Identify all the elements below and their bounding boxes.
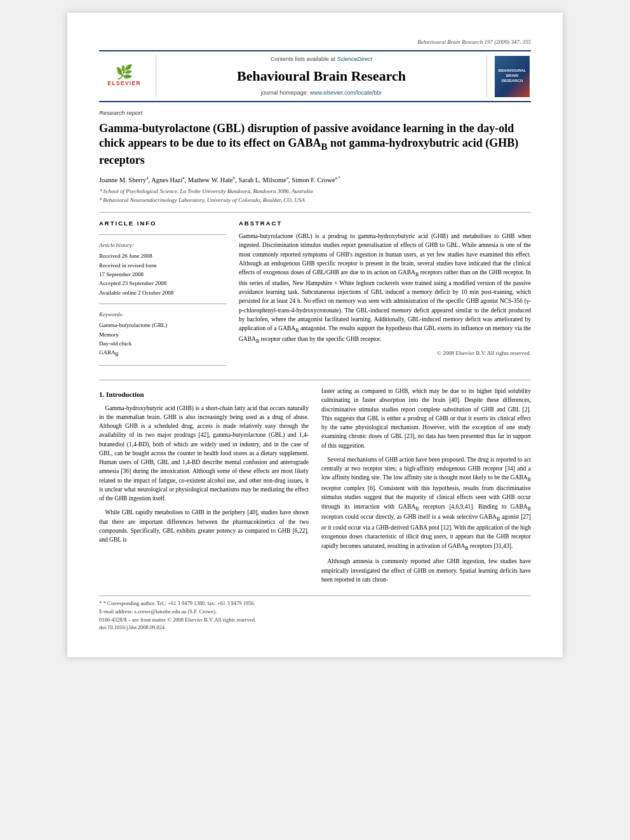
abstract-col: ABSTRACT Gamma-butyrolactone (GBL) is a … [239, 219, 531, 372]
intro-para2: While GBL rapidly metabolises to GHB in … [99, 508, 309, 544]
intro-para3: faster acting as compared to GHB, which … [321, 387, 531, 450]
received-revised-label: Received in revised form [99, 261, 226, 270]
affiliation-b: ᵇ Behavioral Neuroendocrinology Laborato… [99, 196, 531, 205]
article-info-header: ARTICLE INFO [99, 219, 226, 228]
article-info-abstract: ARTICLE INFO Article history: Received 2… [99, 219, 531, 372]
journal-cover: BEHAVIOURALBRAINRESEARCH [486, 55, 531, 97]
footnote-issn: 0166-4328/$ – see front matter © 2008 El… [99, 616, 531, 624]
divider-2 [99, 380, 531, 380]
footnote-star: * * Corresponding author. Tel.: +61 3 94… [99, 599, 531, 608]
abstract-header: ABSTRACT [239, 219, 531, 228]
journal-title-area: Contents lists available at ScienceDirec… [163, 55, 480, 97]
body-col-right: faster acting as compared to GHB, which … [321, 387, 531, 589]
abstract-text: Gamma-butyrolactone (GBL) is a prodrug t… [239, 232, 531, 345]
divider-1 [99, 212, 531, 213]
journal-header: 🌿 ELSEVIER Contents lists available at S… [99, 50, 531, 102]
footnote-email: E-mail address: s.crowe@latrobe.edu.au (… [99, 608, 531, 616]
body-text: 1. Introduction Gamma-hydroxybutyric aci… [99, 387, 531, 589]
available-date: Available online 2 October 2008 [99, 288, 226, 297]
accepted-date: Accepted 23 September 2008 [99, 279, 226, 288]
keyword-2: Memory [99, 330, 226, 339]
intro-title: 1. Introduction [99, 389, 309, 400]
elsevier-logo-area: 🌿 ELSEVIER [99, 55, 156, 97]
body-col-left: 1. Introduction Gamma-hydroxybutyric aci… [99, 387, 309, 589]
intro-para1: Gamma-hydroxybutyric acid (GHB) is a sho… [99, 404, 309, 503]
journal-title: Behavioural Brain Research [237, 66, 406, 86]
affiliations: ᵃ School of Psychological Science, La Tr… [99, 187, 531, 204]
keyword-1: Gamma-butyrolactone (GBL) [99, 321, 226, 330]
article-title: Gamma-butyrolactone (GBL) disruption of … [99, 121, 531, 168]
footnote-doi: doi:10.1016/j.bbr.2008.09.024 [99, 623, 531, 632]
authors: Joanne M. Sherrya, Agnes Hazia, Mathew W… [99, 175, 531, 185]
article-info-col: ARTICLE INFO Article history: Received 2… [99, 219, 226, 372]
footer-divider [99, 596, 531, 596]
sciencedirect-line: Contents lists available at ScienceDirec… [271, 55, 372, 63]
revised-date: 17 September 2008 [99, 270, 226, 279]
journal-homepage: journal homepage: www.elsevier.com/locat… [261, 89, 382, 97]
elsevier-brand: ELSEVIER [107, 79, 141, 88]
divider-info-mid [99, 303, 226, 304]
page: Behavioural Brain Research 197 (2009) 34… [67, 13, 563, 657]
divider-info-bot [99, 365, 226, 366]
elsevier-logo: 🌿 ELSEVIER [102, 65, 147, 88]
journal-cover-image: BEHAVIOURALBRAINRESEARCH [495, 56, 530, 97]
sciencedirect-link[interactable]: ScienceDirect [337, 56, 373, 62]
keyword-3: Day-old chick [99, 339, 226, 348]
intro-para5: Although amnesia is commonly reported af… [321, 557, 531, 584]
divider-info-top [99, 234, 226, 235]
cover-text: BEHAVIOURALBRAINRESEARCH [499, 69, 526, 83]
elsevier-tree-icon: 🌿 [116, 65, 133, 79]
history-label: Article history: [99, 241, 226, 250]
affiliation-a: ᵃ School of Psychological Science, La Tr… [99, 187, 531, 196]
keywords-label: Keywords: [99, 310, 226, 319]
intro-para4: Several mechanisms of GHB action have be… [321, 455, 531, 552]
received-date: Received 26 June 2008 [99, 251, 226, 260]
copyright: © 2008 Elsevier B.V. All rights reserved… [239, 349, 531, 357]
section-label: Research report [99, 109, 531, 117]
keyword-4: GABAB [99, 348, 226, 359]
journal-homepage-link[interactable]: www.elsevier.com/locate/bbr [310, 90, 382, 96]
journal-citation: Behavioural Brain Research 197 (2009) 34… [99, 38, 531, 46]
